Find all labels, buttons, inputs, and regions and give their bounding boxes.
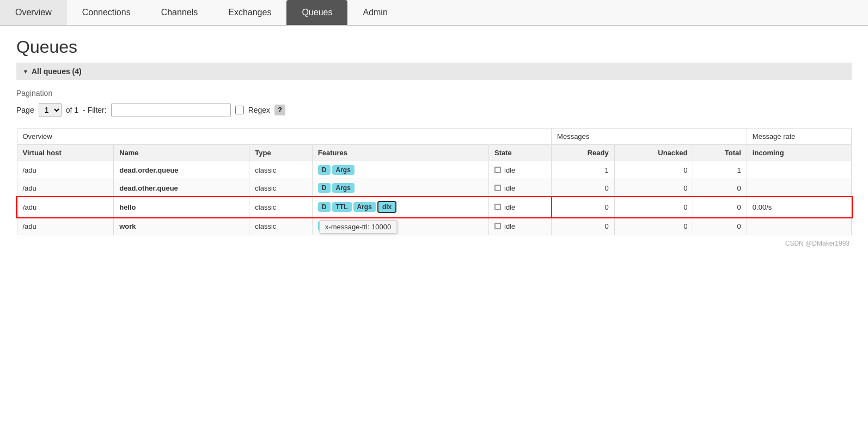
of-text: of 1 (66, 106, 78, 114)
group-header-row: Overview Messages Message rate (17, 129, 852, 145)
nav-exchanges[interactable]: Exchanges (213, 0, 286, 25)
cell-virtual-host: /adu (17, 217, 114, 235)
nav-admin[interactable]: Admin (347, 0, 402, 25)
cell-type: classic (249, 179, 313, 197)
cell-features: DArgs (312, 161, 488, 179)
section-header[interactable]: ▼ All queues (4) (16, 63, 852, 80)
cell-features: DArgs (312, 179, 488, 197)
page-content: Queues ▼ All queues (4) Pagination Page … (0, 26, 868, 258)
col-incoming: incoming (747, 145, 851, 161)
state-dot (494, 167, 501, 173)
cell-virtual-host: /adu (17, 179, 114, 197)
badge-args: Args (332, 165, 354, 175)
col-header-overview: Overview (17, 129, 552, 145)
state-label: idle (504, 166, 515, 174)
nav-connections[interactable]: Connections (67, 0, 146, 25)
badge-d: D (318, 165, 331, 175)
section-label: All queues (4) (32, 67, 82, 76)
page-title: Queues (16, 37, 852, 57)
pagination-row: Page 1 of 1 - Filter: Regex ? (16, 103, 852, 117)
queue-table: Overview Messages Message rate Virtual h… (16, 128, 852, 235)
col-virtual-host: Virtual host (17, 145, 114, 161)
badge-dlx: dlx (377, 201, 396, 213)
col-header-message-rate: Message rate (747, 129, 851, 145)
cell-name[interactable]: dead.other.queue (114, 179, 249, 197)
state-dot (494, 223, 501, 229)
cell-name[interactable]: work (114, 217, 249, 235)
col-unacked: Unacked (614, 145, 693, 161)
cell-ready: 0 (552, 197, 615, 217)
collapse-icon: ▼ (23, 69, 28, 75)
table-row[interactable]: /aduhelloclassicDTTLArgsdlxx-message-ttl… (17, 197, 852, 217)
state-dot (494, 204, 501, 210)
page-label: Page (16, 106, 34, 114)
cell-name[interactable]: dead.order.queue (114, 161, 249, 179)
col-type: Type (249, 145, 313, 161)
badge-ttl: TTL (332, 202, 352, 212)
cell-unacked: 0 (614, 197, 693, 217)
state-label: idle (504, 222, 515, 230)
pagination-label: Pagination (16, 89, 852, 97)
badge-args: Args (353, 202, 376, 212)
col-total: Total (693, 145, 747, 161)
state-label: idle (504, 184, 515, 192)
cell-state: idle (489, 161, 552, 179)
cell-incoming: 0.00/s (747, 197, 851, 217)
column-header-row: Virtual host Name Type Features State Re… (17, 145, 852, 161)
badge-d: D (318, 183, 331, 193)
pagination-section: Pagination Page 1 of 1 - Filter: Regex ? (16, 89, 852, 117)
cell-virtual-host: /adu (17, 161, 114, 179)
col-ready: Ready (552, 145, 615, 161)
cell-unacked: 0 (614, 161, 693, 179)
cell-type: classic (249, 161, 313, 179)
cell-type: classic (249, 217, 313, 235)
cell-ready: 0 (552, 217, 615, 235)
page-select[interactable]: 1 (39, 103, 62, 117)
cell-incoming (747, 161, 851, 179)
cell-incoming (747, 217, 851, 235)
cell-ready: 0 (552, 179, 615, 197)
cell-total: 0 (693, 197, 747, 217)
filter-dash-label: - Filter: (83, 106, 107, 114)
table-row[interactable]: /adudead.order.queueclassicDArgsidle101 (17, 161, 852, 179)
help-button[interactable]: ? (274, 105, 285, 115)
col-state: State (489, 145, 552, 161)
navigation: Overview Connections Channels Exchanges … (0, 0, 868, 26)
cell-total: 0 (693, 217, 747, 235)
cell-unacked: 0 (614, 217, 693, 235)
nav-queues[interactable]: Queues (286, 0, 347, 25)
col-header-messages: Messages (552, 129, 747, 145)
table-row[interactable]: /adudead.other.queueclassicDArgsidle000 (17, 179, 852, 197)
nav-overview[interactable]: Overview (0, 0, 67, 25)
badge-args: Args (332, 183, 354, 193)
cell-type: classic (249, 197, 313, 217)
watermark: CSDN @DMaker1993 (16, 240, 852, 247)
cell-features: DTTLArgsdlxx-message-ttl: 10000 (312, 197, 488, 217)
cell-ready: 1 (552, 161, 615, 179)
state-dot (494, 185, 501, 191)
cell-state: idle (489, 179, 552, 197)
cell-total: 0 (693, 179, 747, 197)
cell-incoming (747, 179, 851, 197)
cell-virtual-host: /adu (17, 197, 114, 217)
cell-state: idle (489, 197, 552, 217)
regex-label: Regex (248, 106, 270, 114)
nav-channels[interactable]: Channels (146, 0, 213, 25)
regex-checkbox[interactable] (235, 106, 244, 114)
table-row[interactable]: /aduworkclassicDidle000 (17, 217, 852, 235)
badge-d: D (318, 202, 331, 212)
cell-name[interactable]: hello (114, 197, 249, 217)
col-name: Name (114, 145, 249, 161)
filter-input[interactable] (111, 103, 231, 117)
ttl-tooltip: x-message-ttl: 10000 (319, 220, 397, 234)
col-features: Features (312, 145, 488, 161)
cell-unacked: 0 (614, 179, 693, 197)
state-label: idle (504, 203, 515, 211)
cell-total: 1 (693, 161, 747, 179)
cell-state: idle (489, 217, 552, 235)
